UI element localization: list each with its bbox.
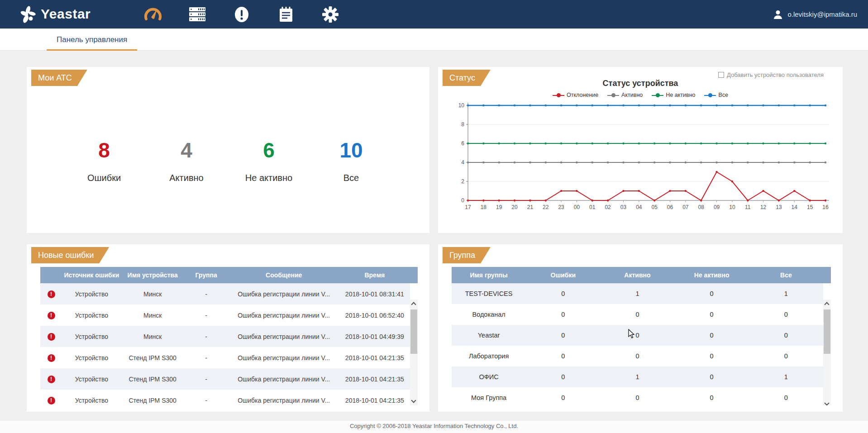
stat-label: Ошибки <box>63 173 145 183</box>
error-icon: ! <box>48 376 55 383</box>
error-row[interactable]: !УстройствоСтенд IPM S300-Ошибка регистр… <box>40 347 410 368</box>
errors-scrollbar[interactable] <box>410 300 418 405</box>
legend-marker-icon <box>704 93 716 97</box>
svg-text:23: 23 <box>558 204 564 210</box>
error-device: Минск <box>121 333 184 340</box>
error-time: 2018-10-01 06:52:40 <box>339 312 410 319</box>
nav-dashboard-button[interactable] <box>143 4 163 25</box>
group-name: TEST-DEVICES <box>452 290 526 297</box>
scrollbar-thumb[interactable] <box>824 309 830 354</box>
group-active: 0 <box>600 394 674 401</box>
error-group: - <box>184 376 229 383</box>
svg-text:04: 04 <box>636 204 642 210</box>
header-cell: Имя устройства <box>121 271 184 279</box>
panel-new-errors: Новые ошибки Источник ошибкиИмя устройст… <box>27 244 429 412</box>
error-time: 2018-10-01 04:49:39 <box>339 333 410 340</box>
svg-text:08: 08 <box>698 204 705 210</box>
legend-label: Все <box>718 92 728 98</box>
error-row[interactable]: !УстройствоМинск-Ошибка регистрации лини… <box>40 283 410 305</box>
svg-text:6: 6 <box>461 140 464 147</box>
scrollbar-thumb[interactable] <box>410 309 417 354</box>
error-icon-cell: ! <box>40 375 62 383</box>
svg-text:02: 02 <box>605 204 611 210</box>
error-device: Минск <box>121 312 184 319</box>
add-user-device-checkbox[interactable]: Добавить устройство пользователя <box>718 71 824 78</box>
yeastar-logo[interactable]: Yeastar <box>19 5 91 24</box>
tab-bar: Панель управления <box>0 29 868 51</box>
legend-item[interactable]: Активно <box>607 92 643 98</box>
nav-devices-button[interactable] <box>187 4 207 25</box>
stat-label: Активно <box>145 173 228 183</box>
error-row[interactable]: !УстройствоМинск-Ошибка регистрации лини… <box>40 326 410 347</box>
nav-settings-button[interactable] <box>320 4 340 25</box>
chart-plot: 0246810171819202122230001020304050607080… <box>448 100 833 214</box>
brand-name: Yeastar <box>41 6 91 22</box>
stat-item-3[interactable]: 10Все <box>310 139 392 183</box>
error-group: - <box>184 290 229 298</box>
error-device: Стенд IPM S300 <box>121 397 184 404</box>
group-active: 1 <box>600 290 674 297</box>
group-inactive: 0 <box>675 394 749 401</box>
stat-label: Все <box>310 173 392 183</box>
error-icon: ! <box>48 397 55 404</box>
tab-dashboard[interactable]: Панель управления <box>47 29 137 51</box>
group-errors: 0 <box>526 332 600 339</box>
group-row[interactable]: Моя Группа0000 <box>452 387 823 405</box>
error-row[interactable]: !УстройствоМинск-Ошибка регистрации лини… <box>40 305 410 326</box>
legend-label: Активно <box>621 92 643 98</box>
errors-table-header: Источник ошибкиИмя устройстваГруппаСообщ… <box>40 267 418 283</box>
group-row[interactable]: Водоканал0000 <box>452 304 823 325</box>
errors-table-body: !УстройствоМинск-Ошибка регистрации лини… <box>40 283 418 405</box>
nav-logs-button[interactable] <box>276 4 296 25</box>
dashboard-gauge-icon <box>143 5 162 24</box>
group-row[interactable]: Yeastar0000 <box>452 325 823 346</box>
error-message: Ошибка регистрации линии V... <box>229 397 339 404</box>
stat-item-0[interactable]: 8Ошибки <box>63 139 145 183</box>
nav-alarms-button[interactable] <box>232 4 252 25</box>
top-navbar: Yeastar <box>0 0 868 29</box>
group-row[interactable]: TEST-DEVICES0101 <box>452 283 823 304</box>
checkbox-box[interactable] <box>718 72 724 78</box>
group-all: 0 <box>749 394 823 401</box>
error-row[interactable]: !УстройствоСтенд IPM S300-Ошибка регистр… <box>40 390 410 405</box>
svg-text:8: 8 <box>461 121 464 128</box>
stat-item-1[interactable]: 4Активно <box>145 139 228 183</box>
error-row[interactable]: !УстройствоСтенд IPM S300-Ошибка регистр… <box>40 368 410 390</box>
user-account[interactable]: o.levitskiy@ipmatika.ru <box>773 0 857 29</box>
legend-item[interactable]: Отклонение <box>553 92 598 98</box>
groups-scrollbar[interactable] <box>823 300 831 405</box>
group-row[interactable]: ОФИС0101 <box>452 366 823 387</box>
error-icon-cell: ! <box>40 354 62 362</box>
legend-item[interactable]: Все <box>704 92 728 98</box>
device-status-chart: Статус устройства ОтклонениеАктивноНе ак… <box>438 67 843 214</box>
svg-text:05: 05 <box>651 204 658 210</box>
checkbox-label: Добавить устройство пользователя <box>727 71 824 78</box>
error-group: - <box>184 312 229 319</box>
scroll-down-icon[interactable] <box>824 400 829 405</box>
error-icon: ! <box>48 333 55 341</box>
scroll-up-icon[interactable] <box>824 302 829 307</box>
group-row[interactable]: Лаборатория0000 <box>452 346 823 366</box>
stat-item-2[interactable]: 6Не активно <box>228 139 310 183</box>
panel-badge-my-pbx: Мои АТС <box>31 70 87 86</box>
group-active: 0 <box>600 332 674 339</box>
svg-text:00: 00 <box>574 204 580 210</box>
scroll-up-icon[interactable] <box>411 302 416 307</box>
error-icon-cell: ! <box>40 333 62 341</box>
svg-text:20: 20 <box>511 204 518 210</box>
chart-title: Статус устройства <box>438 79 843 88</box>
group-all: 0 <box>749 311 823 318</box>
svg-text:10: 10 <box>458 102 465 109</box>
group-name: Водоканал <box>452 311 526 318</box>
stat-value: 10 <box>310 139 392 161</box>
svg-text:06: 06 <box>667 204 673 210</box>
error-message: Ошибка регистрации линии V... <box>229 376 339 383</box>
error-time: 2018-10-01 04:21:35 <box>339 354 410 362</box>
svg-text:10: 10 <box>729 204 735 210</box>
error-message: Ошибка регистрации линии V... <box>229 354 339 362</box>
error-source: Устройство <box>62 397 121 404</box>
legend-label: Отклонение <box>567 92 598 98</box>
legend-item[interactable]: Не активно <box>652 92 695 98</box>
svg-text:07: 07 <box>682 204 689 210</box>
scroll-down-icon[interactable] <box>411 398 416 403</box>
